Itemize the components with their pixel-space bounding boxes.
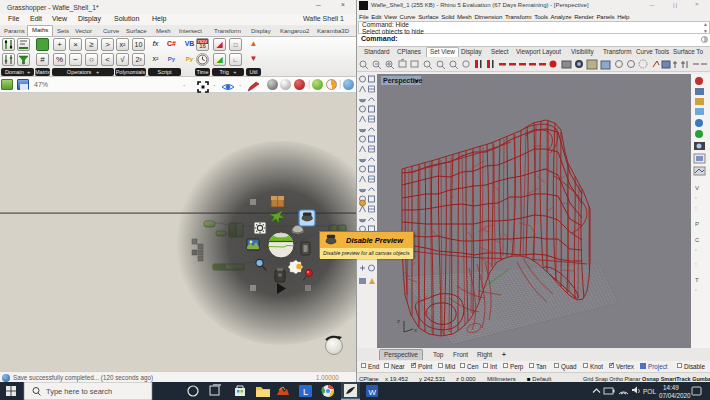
svg-text:T: T bbox=[695, 277, 699, 283]
svg-text:x: x bbox=[414, 327, 417, 333]
svg-text:z: z bbox=[397, 318, 400, 324]
svg-text::: : bbox=[695, 261, 697, 267]
svg-text:L: L bbox=[303, 387, 308, 397]
svg-text:W: W bbox=[369, 388, 377, 397]
svg-text:14:49: 14:49 bbox=[663, 384, 679, 391]
svg-text:,: , bbox=[695, 285, 697, 291]
svg-text:,: , bbox=[695, 193, 697, 199]
svg-text:P: P bbox=[695, 221, 699, 227]
svg-text:,: , bbox=[695, 245, 697, 251]
svg-text::: : bbox=[695, 205, 697, 211]
svg-text:POL: POL bbox=[643, 388, 656, 395]
svg-text:|▾: |▾ bbox=[414, 78, 419, 84]
svg-text:C: C bbox=[695, 237, 700, 243]
svg-text:07/04/2020: 07/04/2020 bbox=[659, 392, 691, 399]
svg-text:Type here to search: Type here to search bbox=[46, 387, 112, 396]
svg-text:V: V bbox=[695, 185, 699, 191]
